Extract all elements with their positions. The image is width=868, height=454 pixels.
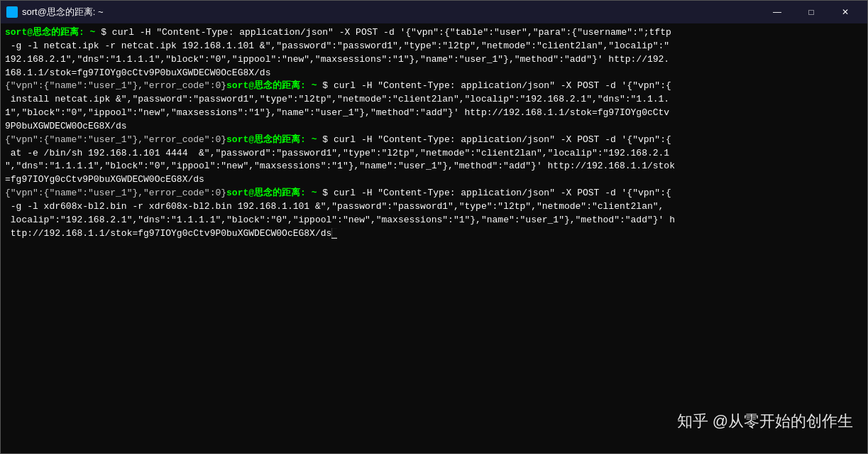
prompt-1: sort@思念的距离: ~ [5, 27, 95, 38]
terminal-body[interactable]: sort@思念的距离: ~ $ curl -H "Content-Type: a… [1, 23, 867, 453]
output-3: {"vpn":{"name":"user_1"},"error_code":0} [5, 188, 226, 198]
prompt-2: sort@思念的距离: ~ [226, 80, 317, 91]
prompt-4: sort@思念的距离: ~ [226, 188, 317, 198]
title-bar-left: sort@思念的距离: ~ [6, 6, 104, 18]
svg-rect-0 [8, 8, 16, 16]
title-bar: sort@思念的距离: ~ — □ ✕ [1, 1, 867, 23]
close-button[interactable]: ✕ [829, 1, 862, 23]
app-icon [6, 6, 18, 18]
output-2: {"vpn":{"name":"user_1"},"error_code":0} [5, 134, 226, 145]
watermark: 知乎 @从零开始的创作生 [677, 411, 853, 432]
maximize-button[interactable]: □ [795, 1, 828, 23]
minimize-button[interactable]: — [761, 1, 793, 23]
window-title: sort@思念的距离: ~ [22, 6, 104, 18]
prompt-3: sort@思念的距离: ~ [226, 134, 317, 145]
window-controls: — □ ✕ [761, 1, 862, 23]
terminal-output: sort@思念的距离: ~ $ curl -H "Content-Type: a… [5, 26, 863, 241]
terminal-window: sort@思念的距离: ~ — □ ✕ sort@思念的距离: ~ $ curl… [0, 0, 868, 454]
output-1: {"vpn":{"name":"user_1"},"error_code":0} [5, 80, 226, 91]
